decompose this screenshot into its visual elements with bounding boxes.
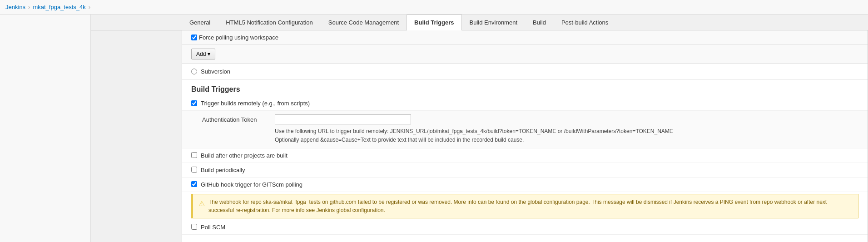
trigger-remote-row: Trigger builds remotely (e.g., from scri… bbox=[182, 96, 868, 111]
breadcrumb-sep2: › bbox=[89, 4, 90, 10]
auth-token-label: Authentication Token bbox=[202, 114, 266, 123]
tab-general[interactable]: General bbox=[182, 15, 218, 30]
poll-scm-label: Poll SCM bbox=[201, 224, 225, 231]
subversion-row: Subversion bbox=[182, 64, 868, 80]
warning-box: ⚠ The webhook for repo ska-sa/mkat_fpga_… bbox=[191, 194, 858, 218]
warning-text: The webhook for repo ska-sa/mkat_fpga_te… bbox=[208, 198, 853, 214]
url-info-line2: Optionally append &cause=Cause+Text to p… bbox=[275, 136, 858, 144]
build-periodically-row: Build periodically bbox=[182, 163, 868, 178]
build-triggers-header: Build Triggers bbox=[182, 80, 868, 96]
tab-build[interactable]: Build bbox=[525, 15, 554, 30]
add-button-area: Add ▾ bbox=[182, 45, 868, 64]
top-area: Force polling using workspace bbox=[182, 30, 868, 45]
breadcrumb-jenkins[interactable]: Jenkins bbox=[5, 4, 25, 10]
poll-scm-checkbox[interactable] bbox=[191, 224, 197, 230]
build-periodically-checkbox[interactable] bbox=[191, 167, 197, 173]
tab-source-code[interactable]: Source Code Management bbox=[321, 15, 407, 30]
main-content: Force polling using workspace Add ▾ Subv… bbox=[182, 30, 868, 242]
tab-build-triggers[interactable]: Build Triggers bbox=[407, 15, 461, 30]
breadcrumb-sep1: › bbox=[28, 4, 30, 10]
build-after-checkbox[interactable] bbox=[191, 152, 197, 158]
github-hook-row: GitHub hook trigger for GITScm polling bbox=[182, 178, 868, 192]
tab-bar: General HTML5 Notification Configuration… bbox=[91, 15, 868, 30]
auth-input-area: Use the following URL to trigger build r… bbox=[275, 114, 858, 144]
force-polling-checkbox[interactable] bbox=[191, 35, 197, 40]
url-info: Use the following URL to trigger build r… bbox=[275, 127, 858, 144]
url-info-line1: Use the following URL to trigger build r… bbox=[275, 127, 858, 136]
dropdown-arrow-icon: ▾ bbox=[208, 51, 210, 57]
trigger-remote-label: Trigger builds remotely (e.g., from scri… bbox=[201, 100, 310, 107]
build-after-row: Build after other projects are built bbox=[182, 148, 868, 163]
add-button[interactable]: Add ▾ bbox=[191, 49, 215, 59]
build-periodically-label: Build periodically bbox=[201, 167, 245, 173]
auth-token-input[interactable] bbox=[275, 114, 411, 124]
subversion-radio[interactable] bbox=[191, 69, 197, 74]
subversion-label: Subversion bbox=[201, 68, 230, 75]
poll-scm-row: Poll SCM bbox=[182, 220, 868, 235]
tab-build-environment[interactable]: Build Environment bbox=[462, 15, 526, 30]
breadcrumb-project[interactable]: mkat_fpga_tests_4k bbox=[33, 4, 85, 10]
tab-post-build[interactable]: Post-build Actions bbox=[554, 15, 616, 30]
github-hook-label: GitHub hook trigger for GITScm polling bbox=[201, 181, 303, 188]
auth-token-section: Authentication Token Use the following U… bbox=[182, 111, 868, 148]
build-after-label: Build after other projects are built bbox=[201, 152, 288, 159]
github-hook-checkbox[interactable] bbox=[191, 181, 197, 187]
sidebar bbox=[0, 15, 91, 242]
warning-icon: ⚠ bbox=[198, 198, 205, 209]
breadcrumb: Jenkins › mkat_fpga_tests_4k › bbox=[0, 0, 868, 15]
force-polling-label[interactable]: Force polling using workspace bbox=[191, 34, 278, 41]
tab-html5[interactable]: HTML5 Notification Configuration bbox=[218, 15, 320, 30]
trigger-remote-checkbox[interactable] bbox=[191, 100, 197, 106]
